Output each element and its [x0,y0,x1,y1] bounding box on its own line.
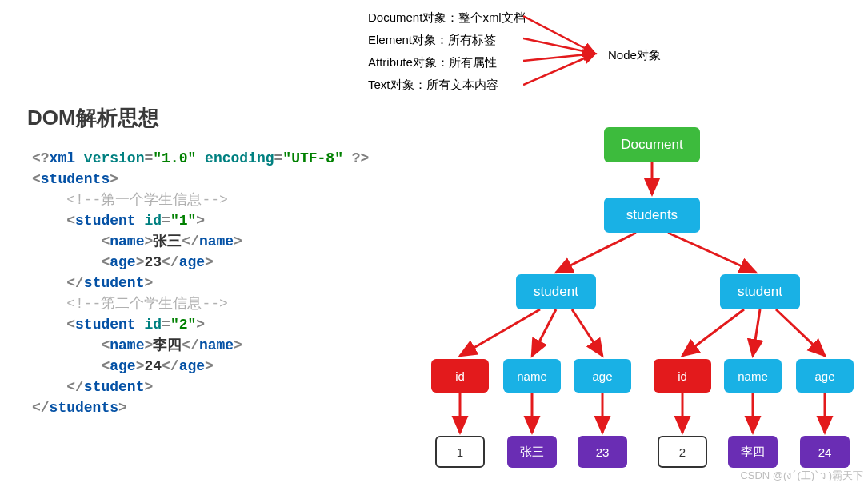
element-object-desc: 所有标签 [448,33,496,46]
leaf-age-1: 23 [578,436,627,468]
svg-line-0 [523,16,595,54]
node-id-2: id [654,359,711,393]
text-object-label: Text对象： [368,78,426,91]
node-age-1: age [574,359,631,393]
attribute-object-label: Attribute对象： [368,55,449,69]
header-arrows [523,10,611,98]
dom-tree: Document students student student id nam… [412,124,860,476]
attribute-object-desc: 所有属性 [449,55,497,69]
svg-line-9 [572,309,602,356]
node-student-1: student [516,274,596,309]
node-name-1: name [503,359,561,393]
page-title: DOM解析思想 [27,104,159,132]
svg-line-12 [776,309,825,356]
svg-line-5 [556,233,636,273]
leaf-name-1: 张三 [507,436,557,468]
svg-line-3 [523,54,595,85]
xml-code-block: <?xml version="1.0" encoding="UTF-8" ?> … [32,148,369,418]
node-age-2: age [796,359,854,393]
svg-line-10 [682,309,744,356]
object-type-list: Document对象：整个xml文档 Element对象：所有标签 Attrib… [368,6,526,96]
leaf-name-2: 李四 [728,436,778,468]
document-object-desc: 整个xml文档 [458,10,525,24]
watermark: CSDN @(งˊ(工)ˋว )霸天下 [740,467,863,484]
leaf-id-1: 1 [435,436,485,468]
svg-line-11 [753,309,760,356]
node-object-label: Node对象 [608,48,661,63]
leaf-id-2: 2 [658,436,707,468]
svg-line-8 [532,309,556,356]
node-student-2: student [720,274,800,309]
svg-line-1 [523,38,595,54]
document-object-label: Document对象： [368,10,458,24]
element-object-label: Element对象： [368,33,448,46]
leaf-age-2: 24 [800,436,850,468]
node-id-1: id [431,359,489,393]
svg-line-6 [668,233,756,273]
svg-line-7 [460,309,540,356]
text-object-desc: 所有文本内容 [426,78,498,91]
node-students: students [604,198,700,233]
node-document: Document [604,127,700,162]
node-name-2: name [724,359,782,393]
